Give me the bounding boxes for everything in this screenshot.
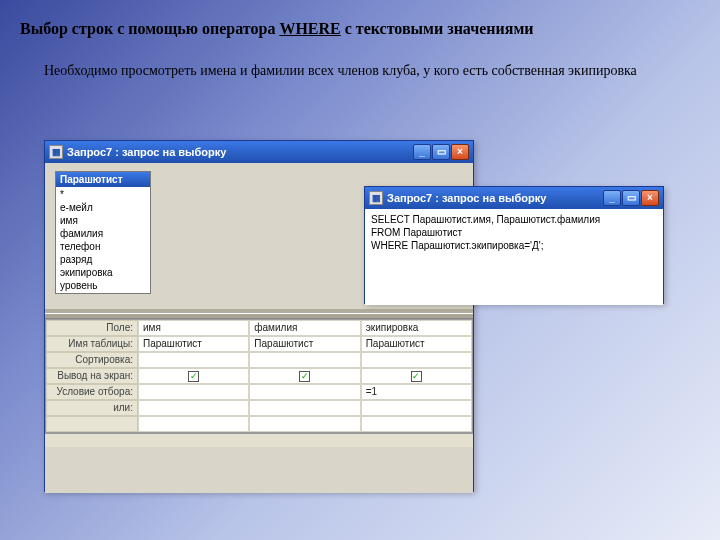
row-label-sort: Сортировка:	[46, 352, 138, 368]
sql-line: SELECT Парашютист.имя, Парашютист.фамили…	[371, 213, 657, 226]
titlebar[interactable]: ▦ Запрос7 : запрос на выборку _ ▭ ×	[365, 187, 663, 209]
qbe-grid: Поле: имя фамилия экипировка Имя таблицы…	[45, 319, 473, 433]
qbe-cell-sort[interactable]	[361, 352, 472, 368]
maximize-button[interactable]: ▭	[432, 144, 450, 160]
qbe-cell-criteria[interactable]: =1	[361, 384, 472, 400]
qbe-cell-criteria[interactable]	[249, 384, 360, 400]
query-sql-window: ▦ Запрос7 : запрос на выборку _ ▭ × SELE…	[364, 186, 664, 304]
horizontal-scrollbar[interactable]	[45, 433, 473, 447]
qbe-cell-show[interactable]	[361, 368, 472, 384]
qbe-cell-or[interactable]	[249, 400, 360, 416]
row-label-show: Вывод на экран:	[46, 368, 138, 384]
sql-line: WHERE Парашютист.экипировка='Д';	[371, 239, 657, 252]
fieldlist-title: Парашютист	[56, 172, 150, 187]
heading-pre: Выбор строк с помощью оператора	[20, 20, 279, 37]
qbe-cell-field[interactable]: фамилия	[249, 320, 360, 336]
qbe-cell-table[interactable]: Парашютист	[361, 336, 472, 352]
titlebar[interactable]: ▦ Запрос7 : запрос на выборку _ ▭ ×	[45, 141, 473, 163]
checkbox-icon	[299, 371, 310, 382]
app-icon: ▦	[49, 145, 63, 159]
qbe-cell-sort[interactable]	[138, 352, 249, 368]
page-title: Выбор строк с помощью оператора WHERE с …	[0, 0, 720, 38]
fieldlist-box[interactable]: Парашютист * е-мейл имя фамилия телефон …	[55, 171, 151, 294]
row-label-or: или:	[46, 400, 138, 416]
close-button[interactable]: ×	[451, 144, 469, 160]
qbe-cell-blank[interactable]	[138, 416, 249, 432]
app-icon: ▦	[369, 191, 383, 205]
qbe-cell-table[interactable]: Парашютист	[138, 336, 249, 352]
qbe-cell-or[interactable]	[138, 400, 249, 416]
row-label-blank	[46, 416, 138, 432]
qbe-cell-sort[interactable]	[249, 352, 360, 368]
qbe-cell-table[interactable]: Парашютист	[249, 336, 360, 352]
field-item[interactable]: имя	[56, 214, 150, 227]
screenshot-canvas: ▦ Запрос7 : запрос на выборку _ ▭ × Пара…	[44, 140, 664, 500]
heading-keyword: WHERE	[279, 20, 340, 37]
qbe-cell-show[interactable]	[249, 368, 360, 384]
minimize-button[interactable]: _	[413, 144, 431, 160]
window-buttons: _ ▭ ×	[603, 190, 659, 206]
checkbox-icon	[411, 371, 422, 382]
window-title: Запрос7 : запрос на выборку	[387, 192, 603, 204]
window-title: Запрос7 : запрос на выборку	[67, 146, 413, 158]
sql-text-area[interactable]: SELECT Парашютист.имя, Парашютист.фамили…	[365, 209, 663, 305]
window-buttons: _ ▭ ×	[413, 144, 469, 160]
field-item[interactable]: *	[56, 188, 150, 201]
field-item[interactable]: уровень	[56, 279, 150, 292]
close-button[interactable]: ×	[641, 190, 659, 206]
row-label-field: Поле:	[46, 320, 138, 336]
qbe-cell-field[interactable]: имя	[138, 320, 249, 336]
qbe-cell-or[interactable]	[361, 400, 472, 416]
body-paragraph: Необходимо просмотреть имена и фамилии в…	[0, 38, 720, 83]
field-item[interactable]: е-мейл	[56, 201, 150, 214]
row-label-table: Имя таблицы:	[46, 336, 138, 352]
field-item[interactable]: разряд	[56, 253, 150, 266]
sql-line: FROM Парашютист	[371, 226, 657, 239]
field-item[interactable]: экипировка	[56, 266, 150, 279]
row-label-criteria: Условие отбора:	[46, 384, 138, 400]
checkbox-icon	[188, 371, 199, 382]
qbe-cell-blank[interactable]	[249, 416, 360, 432]
qbe-cell-blank[interactable]	[361, 416, 472, 432]
heading-post: с текстовыми значениями	[341, 20, 534, 37]
field-item[interactable]: телефон	[56, 240, 150, 253]
qbe-cell-show[interactable]	[138, 368, 249, 384]
maximize-button[interactable]: ▭	[622, 190, 640, 206]
qbe-cell-criteria[interactable]	[138, 384, 249, 400]
qbe-cell-field[interactable]: экипировка	[361, 320, 472, 336]
minimize-button[interactable]: _	[603, 190, 621, 206]
field-item[interactable]: фамилия	[56, 227, 150, 240]
fieldlist-body: * е-мейл имя фамилия телефон разряд экип…	[56, 187, 150, 293]
